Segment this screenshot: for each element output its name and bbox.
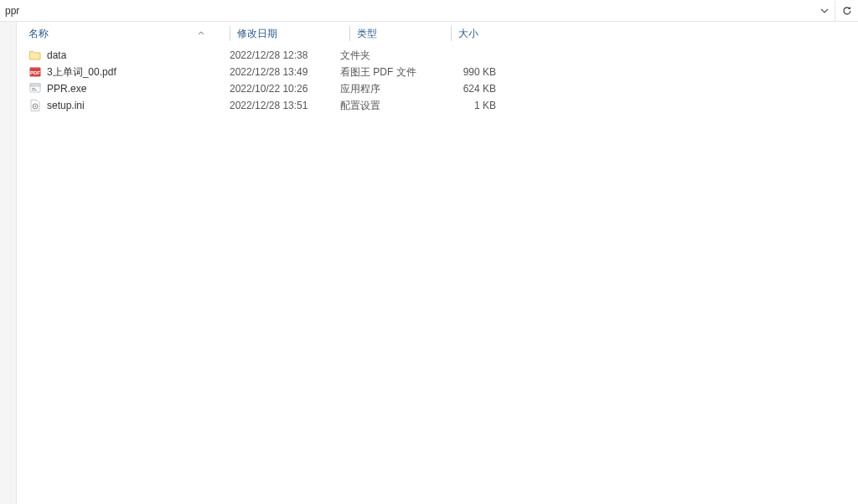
- column-header-date[interactable]: 修改日期: [237, 22, 349, 45]
- column-separator[interactable]: [349, 26, 350, 41]
- nav-pane-strip: [0, 22, 17, 504]
- address-bar[interactable]: ppr: [0, 0, 858, 22]
- file-list: data2022/12/28 12:38文件夹PDF3上单词_00.pdf202…: [17, 45, 858, 114]
- dropdown-button[interactable]: [814, 1, 835, 21]
- file-type-cell: 配置设置: [340, 99, 436, 113]
- address-path[interactable]: ppr: [0, 5, 814, 17]
- column-separator[interactable]: [230, 26, 230, 41]
- column-separator[interactable]: [451, 26, 452, 41]
- file-name-label: 3上单词_00.pdf: [47, 65, 116, 80]
- file-date-cell: 2022/12/28 12:38: [230, 49, 340, 61]
- column-header-name-label: 名称: [28, 27, 49, 41]
- file-size-cell: 1 KB: [436, 100, 503, 111]
- file-row[interactable]: PDF3上单词_00.pdf2022/12/28 13:49看图王 PDF 文件…: [28, 64, 858, 80]
- file-name-cell: setup.ini: [28, 99, 230, 112]
- file-row[interactable]: data2022/12/28 12:38文件夹: [28, 47, 858, 64]
- main-area: 名称 修改日期 类型 大小 data2022/12/28 12:38文件夹PDF…: [0, 22, 858, 504]
- column-header-type[interactable]: 类型: [357, 22, 451, 45]
- pdf-icon: PDF: [28, 65, 42, 79]
- file-row[interactable]: PPR.exe2022/10/22 10:26应用程序624 KB: [28, 80, 858, 97]
- column-header-size[interactable]: 大小: [458, 22, 525, 45]
- file-date-cell: 2022/10/22 10:26: [230, 83, 340, 95]
- file-name-label: data: [47, 49, 66, 61]
- folder-icon: [28, 49, 42, 62]
- file-name-label: PPR.exe: [47, 83, 86, 95]
- exe-icon: [28, 82, 42, 95]
- file-size-cell: 624 KB: [436, 83, 503, 95]
- refresh-icon: [842, 6, 852, 16]
- file-row[interactable]: setup.ini2022/12/28 13:51配置设置1 KB: [28, 97, 858, 114]
- chevron-down-icon: [819, 6, 830, 16]
- file-name-cell: data: [28, 49, 230, 62]
- svg-point-7: [34, 105, 36, 107]
- file-type-cell: 看图王 PDF 文件: [340, 65, 436, 80]
- svg-rect-5: [32, 90, 37, 90]
- file-panel: 名称 修改日期 类型 大小 data2022/12/28 12:38文件夹PDF…: [17, 22, 858, 504]
- column-header-type-label: 类型: [357, 27, 377, 41]
- file-size-cell: 990 KB: [436, 66, 503, 78]
- sort-caret-icon: [198, 30, 204, 37]
- svg-text:PDF: PDF: [30, 70, 40, 75]
- ini-icon: [28, 99, 42, 112]
- column-headers: 名称 修改日期 类型 大小: [17, 22, 858, 45]
- column-header-size-label: 大小: [458, 27, 478, 41]
- svg-rect-3: [30, 84, 40, 86]
- file-name-cell: PPR.exe: [28, 82, 230, 95]
- refresh-button[interactable]: [835, 1, 858, 21]
- column-header-name[interactable]: 名称: [28, 22, 230, 45]
- svg-rect-4: [32, 88, 35, 89]
- file-type-cell: 文件夹: [340, 49, 436, 63]
- file-date-cell: 2022/12/28 13:49: [230, 66, 340, 78]
- file-name-label: setup.ini: [47, 100, 85, 111]
- file-type-cell: 应用程序: [340, 82, 436, 96]
- file-date-cell: 2022/12/28 13:51: [230, 100, 340, 111]
- file-name-cell: PDF3上单词_00.pdf: [28, 65, 230, 80]
- column-header-date-label: 修改日期: [237, 27, 277, 41]
